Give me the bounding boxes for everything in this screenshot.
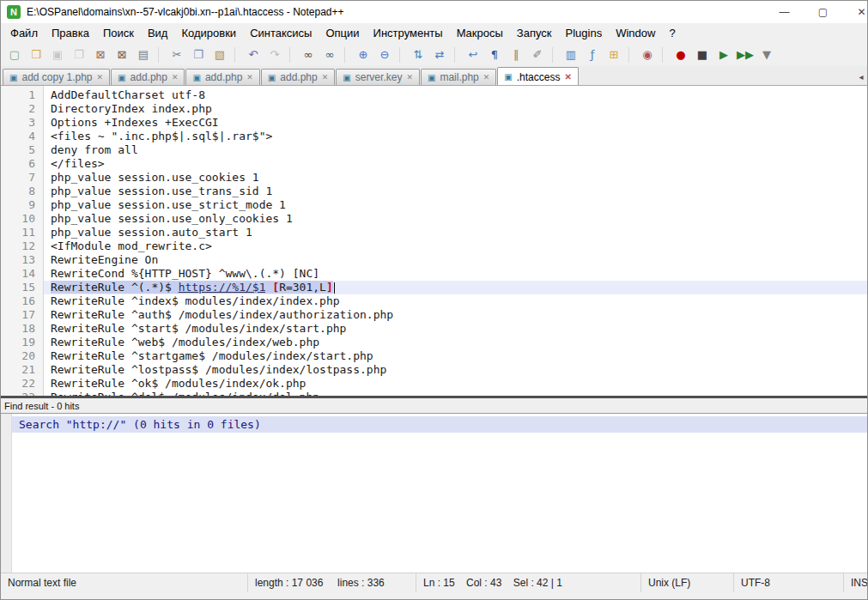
minimize-button[interactable]: — [765, 1, 804, 23]
tab-0[interactable]: ▣add copy 1.php✕ [3, 69, 110, 85]
toolbar-button-sync-scroll-vertical[interactable]: ⇅ [408, 45, 428, 64]
tab-close-icon[interactable]: ✕ [97, 73, 104, 82]
tab-1[interactable]: ▣add.php✕ [111, 69, 185, 85]
code-line[interactable]: DirectoryIndex index.php [44, 102, 867, 116]
tab-5[interactable]: ▣mail.php✕ [421, 69, 496, 85]
toolbar-button-save-all[interactable]: ❐ [69, 45, 89, 64]
file-status-icon: ▣ [9, 73, 17, 82]
tab-close-icon[interactable]: ✕ [172, 73, 179, 82]
tab-close-icon[interactable]: ✕ [246, 73, 253, 82]
toolbar-button-folder-as-workspace[interactable]: ⊞ [604, 45, 624, 64]
find-result-search-line[interactable]: Search "http://" (0 hits in 0 files) [12, 416, 867, 433]
code-area[interactable]: AddDefaultCharset utf-8DirectoryIndex in… [44, 86, 867, 396]
tab-close-icon[interactable]: ✕ [322, 73, 329, 82]
code-line[interactable]: php_value session.use_cookies 1 [44, 171, 867, 185]
toolbar-button-play-macro[interactable]: ▶ [713, 45, 734, 64]
toolbar-button-print[interactable]: ▤ [133, 45, 154, 64]
toolbar-button-close-file[interactable]: ⊠ [90, 45, 111, 64]
toolbar-button-find[interactable]: ∞ [298, 45, 319, 64]
toolbar-button-define-language[interactable]: ✐ [527, 45, 548, 64]
menu-item-4[interactable]: Кодировки [174, 24, 243, 42]
find-result-header[interactable]: Find result - 0 hits [1, 396, 867, 413]
code-line[interactable]: RewriteRule ^startgame$ /modules/index/s… [44, 349, 867, 363]
toolbar-button-cut[interactable]: ✂ [167, 45, 187, 64]
line-number: 4 [1, 130, 43, 143]
menu-item-2[interactable]: Поиск [96, 24, 141, 42]
menu-item-1[interactable]: Правка [45, 24, 96, 42]
toolbar-button-indent-guide[interactable]: ∥ [506, 45, 526, 64]
toolbar-button-replace[interactable]: ∞ [319, 45, 340, 64]
toolbar-button-word-wrap[interactable]: ↩ [463, 45, 483, 64]
file-status-icon: ▣ [118, 73, 125, 82]
status-eol-format[interactable]: Unix (LF) [641, 573, 734, 592]
status-insert-mode[interactable]: INS [844, 573, 867, 592]
tab-3[interactable]: ▣add.php✕ [261, 69, 335, 85]
toolbar-button-zoom-out[interactable]: ⊖ [374, 45, 395, 64]
menu-item-5[interactable]: Синтаксисы [243, 24, 319, 42]
toolbar-button-document-map[interactable]: ▥ [561, 45, 581, 64]
editor[interactable]: 1234567891011121314151617181920212223 Ad… [1, 86, 867, 396]
close-button[interactable]: ✕ [842, 1, 867, 23]
code-line[interactable]: <files ~ ".inc.php$|.sql$|.rar$"> [44, 130, 867, 143]
code-line[interactable]: php_value session.auto_start 1 [44, 226, 867, 239]
menu-item-12[interactable]: ? [662, 24, 682, 42]
menu-item-7[interactable]: Инструменты [367, 24, 450, 42]
code-line[interactable]: RewriteRule ^(.*)$ https://%1/$1 [R=301,… [44, 281, 867, 294]
tab-close-icon[interactable]: ✕ [483, 73, 490, 82]
code-line[interactable]: RewriteRule ^ok$ /modules/index/ok.php [44, 377, 867, 391]
toolbar-button-monitoring[interactable]: ◉ [637, 45, 658, 64]
tab-2[interactable]: ▣add.php✕ [185, 69, 259, 85]
code-line[interactable]: RewriteCond %{HTTP_HOST} ^www\.(.*) [NC] [44, 267, 867, 281]
line-number: 18 [1, 322, 43, 336]
code-line[interactable]: AddDefaultCharset utf-8 [44, 88, 867, 102]
code-line[interactable]: RewriteRule ^index$ modules/index/index.… [44, 294, 867, 308]
toolbar-button-save-macro[interactable]: ▼ [756, 45, 777, 64]
code-line[interactable]: Options +Indexes +ExecCGI [44, 116, 867, 130]
code-line[interactable]: RewriteRule ^lostpass$ /modules/index/lo… [44, 363, 867, 377]
line-number: 15 [1, 281, 43, 294]
code-line[interactable]: deny from all [44, 143, 867, 157]
code-line[interactable]: RewriteRule ^auth$ /modules/index/author… [44, 308, 867, 322]
code-line[interactable]: RewriteRule ^start$ /modules/index/start… [44, 322, 867, 336]
menu-item-10[interactable]: Plugins [559, 24, 610, 42]
toolbar-button-stop-macro[interactable]: ■ [692, 45, 713, 64]
toolbar-button-redo[interactable]: ↷ [264, 45, 285, 64]
toolbar-button-new-file[interactable]: ▢ [4, 45, 25, 64]
toolbar-button-close-all[interactable]: ⊠ [112, 45, 132, 64]
toolbar-button-undo[interactable]: ↶ [243, 45, 264, 64]
menu-item-8[interactable]: Макросы [450, 24, 510, 42]
tab-scroll-left-button[interactable]: ◂ [855, 68, 867, 85]
toolbar-button-function-list[interactable]: ƒ [582, 45, 603, 64]
code-line[interactable]: php_value session.use_trans_sid 1 [44, 185, 867, 198]
toolbar-button-run-macro-multiple[interactable]: ▶▶ [735, 45, 756, 64]
tab-6[interactable]: ▣.htaccess✕ [497, 67, 579, 85]
toolbar-button-show-all-characters[interactable]: ¶ [484, 45, 505, 64]
tab-4[interactable]: ▣server.key✕ [336, 69, 420, 85]
tab-close-icon[interactable]: ✕ [564, 72, 571, 82]
toolbar-button-open-file[interactable]: ❒ [26, 45, 46, 64]
code-line[interactable]: <IfModule mod_rewrite.c> [44, 239, 867, 253]
toolbar-button-paste[interactable]: ▧ [209, 45, 230, 64]
line-number: 16 [1, 294, 43, 308]
find-result-panel[interactable]: Search "http://" (0 hits in 0 files) [1, 413, 867, 573]
toolbar-button-save-file[interactable]: ▣ [47, 45, 68, 64]
maximize-button[interactable]: ▢ [804, 1, 842, 23]
menu-item-11[interactable]: Window [609, 24, 662, 42]
open-file-icon: ❒ [31, 49, 41, 60]
menu-item-9[interactable]: Запуск [510, 24, 559, 42]
toolbar-button-record-macro[interactable]: ● [671, 45, 691, 64]
status-encoding[interactable]: UTF-8 [734, 573, 844, 592]
menu-item-0[interactable]: Файл [3, 24, 45, 42]
code-line[interactable]: </files> [44, 157, 867, 171]
tab-close-icon[interactable]: ✕ [406, 73, 413, 82]
toolbar-button-sync-scroll-horizontal[interactable]: ⇄ [429, 45, 450, 64]
code-line[interactable]: RewriteEngine On [44, 253, 867, 267]
code-line[interactable]: php_value session.use_only_cookies 1 [44, 212, 867, 226]
code-line[interactable]: php_value session.use_strict_mode 1 [44, 198, 867, 212]
find-icon: ∞ [304, 49, 313, 60]
menu-item-6[interactable]: Опции [319, 24, 366, 42]
menu-item-3[interactable]: Вид [141, 24, 175, 42]
toolbar-button-zoom-in[interactable]: ⊕ [353, 45, 373, 64]
toolbar-button-copy[interactable]: ❐ [188, 45, 209, 64]
code-line[interactable]: RewriteRule ^web$ /modules/index/web.php [44, 336, 867, 349]
